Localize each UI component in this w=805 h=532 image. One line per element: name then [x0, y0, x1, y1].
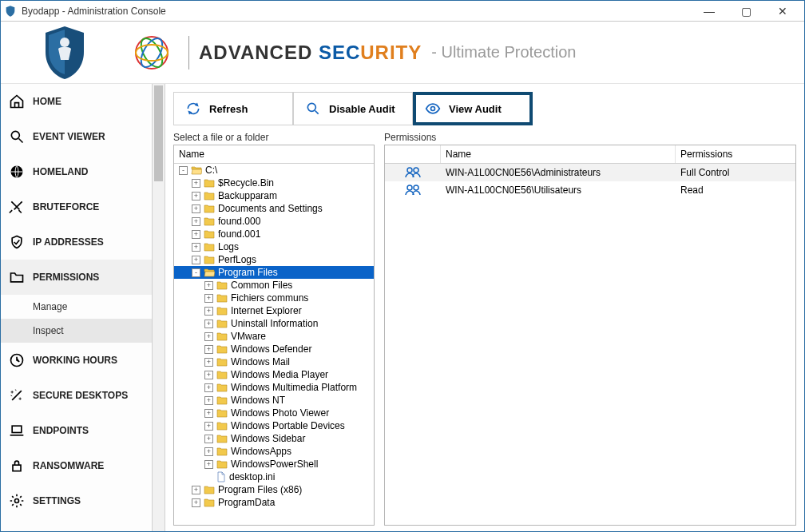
tree-twisty[interactable]: +: [204, 345, 213, 354]
perm-col-name[interactable]: Name: [441, 145, 676, 163]
tree-twisty[interactable]: +: [204, 332, 213, 341]
sidebar-item-permissions[interactable]: PERMISSIONS: [1, 260, 152, 295]
sidebar-item-bruteforce[interactable]: BRUTEFORCE: [1, 189, 152, 224]
tree-item[interactable]: +found.000: [174, 215, 374, 228]
tree-label: Program Files: [218, 267, 278, 278]
tree-item[interactable]: +Documents and Settings: [174, 202, 374, 215]
tree-twisty[interactable]: +: [192, 217, 200, 226]
sidebar: HOMEEVENT VIEWERHOMELANDBRUTEFORCEIP ADD…: [1, 84, 153, 532]
tree-twisty[interactable]: +: [204, 422, 213, 431]
minimize-button[interactable]: —: [691, 1, 728, 22]
tree-item[interactable]: +Backupparam: [174, 189, 374, 202]
sidebar-item-settings[interactable]: SETTINGS: [1, 483, 152, 518]
tree-item[interactable]: +Windows Mail: [174, 355, 374, 368]
toolbar: Refresh Disable Audit View Audit: [173, 92, 796, 125]
perm-row[interactable]: WIN-A1L00CN0E56\AdministrateursFull Cont…: [385, 164, 795, 181]
close-button[interactable]: ✕: [764, 1, 801, 22]
tree-twisty[interactable]: +: [192, 486, 200, 494]
tree-column-name[interactable]: Name: [174, 145, 374, 164]
tree-item[interactable]: desktop.ini: [174, 470, 374, 483]
sidebar-item-event-viewer[interactable]: EVENT VIEWER: [1, 119, 152, 154]
tree-twisty[interactable]: +: [204, 460, 213, 469]
tree-item[interactable]: +Internet Explorer: [174, 304, 374, 317]
tree-item[interactable]: +$Recycle.Bin: [174, 177, 374, 189]
tree-twisty[interactable]: +: [204, 294, 213, 303]
tree-item[interactable]: +Fichiers communs: [174, 292, 374, 304]
sidebar-sub-manage[interactable]: Manage: [1, 295, 152, 319]
sidebar-scrollbar[interactable]: [153, 84, 165, 532]
refresh-button[interactable]: Refresh: [173, 92, 293, 125]
content-area: Refresh Disable Audit View Audit Select …: [165, 84, 804, 532]
tree-item[interactable]: +Program Files (x86): [174, 483, 374, 496]
tree-twisty[interactable]: +: [192, 243, 200, 252]
tree-twisty[interactable]: +: [204, 358, 213, 367]
tree-item[interactable]: +WindowsApps: [174, 445, 374, 458]
tree-item[interactable]: +VMware: [174, 330, 374, 343]
tree-item[interactable]: -Program Files: [174, 266, 374, 279]
tree-twisty: [204, 473, 213, 482]
tree-item[interactable]: +Windows Media Player: [174, 368, 374, 381]
sidebar-item-homeland[interactable]: HOMELAND: [1, 154, 152, 189]
tree-item[interactable]: +Uninstall Information: [174, 317, 374, 330]
tree-twisty[interactable]: +: [204, 281, 213, 290]
perm-col-perm[interactable]: Permissions: [676, 145, 795, 163]
home-icon: [9, 93, 25, 109]
search-icon: [9, 129, 25, 145]
tree-twisty[interactable]: +: [192, 230, 200, 239]
view-audit-button[interactable]: View Audit: [413, 92, 533, 125]
tree-twisty[interactable]: +: [204, 396, 213, 405]
tree-item[interactable]: +Windows Sidebar: [174, 432, 374, 445]
tree-item[interactable]: +Windows Multimedia Platform: [174, 381, 374, 394]
tree-item[interactable]: -C:\: [174, 164, 374, 177]
tree-item[interactable]: +Windows Defender: [174, 343, 374, 355]
maximize-button[interactable]: ▢: [728, 1, 764, 22]
tree-twisty[interactable]: +: [204, 447, 213, 456]
tree-twisty[interactable]: +: [204, 409, 213, 418]
titlebar: Byodapp - Administration Console — ▢ ✕: [1, 1, 804, 22]
tree-item[interactable]: +Common Files: [174, 279, 374, 292]
tree-item[interactable]: +PerfLogs: [174, 253, 374, 266]
tree-item[interactable]: +Logs: [174, 240, 374, 253]
tree-twisty[interactable]: +: [204, 435, 213, 443]
tree-twisty[interactable]: -: [192, 268, 200, 277]
tree-label: Logs: [218, 241, 239, 252]
tree-twisty[interactable]: +: [192, 204, 200, 213]
perm-row[interactable]: WIN-A1L00CN0E56\UtilisateursRead: [385, 181, 795, 199]
tree-twisty[interactable]: +: [192, 256, 200, 264]
sidebar-item-home[interactable]: HOME: [1, 84, 152, 119]
eye-icon: [425, 101, 441, 117]
lock-icon: [9, 458, 25, 474]
tree-twisty[interactable]: +: [204, 383, 213, 392]
tree-item[interactable]: +found.001: [174, 228, 374, 240]
tree-label: $Recycle.Bin: [218, 177, 274, 189]
sidebar-item-working-hours[interactable]: WORKING HOURS: [1, 343, 152, 378]
sidebar-sub-inspect[interactable]: Inspect: [1, 319, 152, 343]
tree-twisty[interactable]: +: [204, 307, 213, 316]
product-shield-icon: [41, 25, 89, 81]
tree-twisty[interactable]: +: [192, 498, 200, 507]
users-icon: [385, 185, 441, 196]
users-icon: [385, 167, 441, 178]
tree-twisty[interactable]: +: [204, 320, 213, 328]
folder-tree[interactable]: -C:\+$Recycle.Bin+Backupparam+Documents …: [174, 164, 374, 524]
tree-label: Windows Defender: [231, 343, 311, 355]
sidebar-item-endpoints[interactable]: ENDPOINTS: [1, 413, 152, 448]
tree-twisty[interactable]: -: [179, 166, 188, 175]
tree-label: Program Files (x86): [218, 484, 302, 495]
tree-item[interactable]: +ProgramData: [174, 496, 374, 509]
tree-item[interactable]: +Windows NT: [174, 394, 374, 407]
tree-twisty[interactable]: +: [204, 371, 213, 379]
sidebar-item-ip-addresses[interactable]: IP ADDRESSES: [1, 224, 152, 260]
tree-label: WindowsPowerShell: [231, 459, 318, 470]
folder-icon: [204, 204, 215, 213]
tree-item[interactable]: +Windows Photo Viewer: [174, 407, 374, 419]
disable-audit-button[interactable]: Disable Audit: [293, 92, 413, 125]
tree-twisty[interactable]: +: [192, 192, 200, 200]
folder-icon: [204, 178, 215, 188]
sidebar-item-ransomware[interactable]: RANSOMWARE: [1, 448, 152, 483]
tree-twisty[interactable]: +: [192, 179, 200, 188]
sidebar-item-secure-desktops[interactable]: SECURE DESKTOPS: [1, 378, 152, 413]
tree-item[interactable]: +WindowsPowerShell: [174, 458, 374, 470]
sidebar-item-label: PERMISSIONS: [33, 272, 99, 283]
tree-item[interactable]: +Windows Portable Devices: [174, 419, 374, 432]
